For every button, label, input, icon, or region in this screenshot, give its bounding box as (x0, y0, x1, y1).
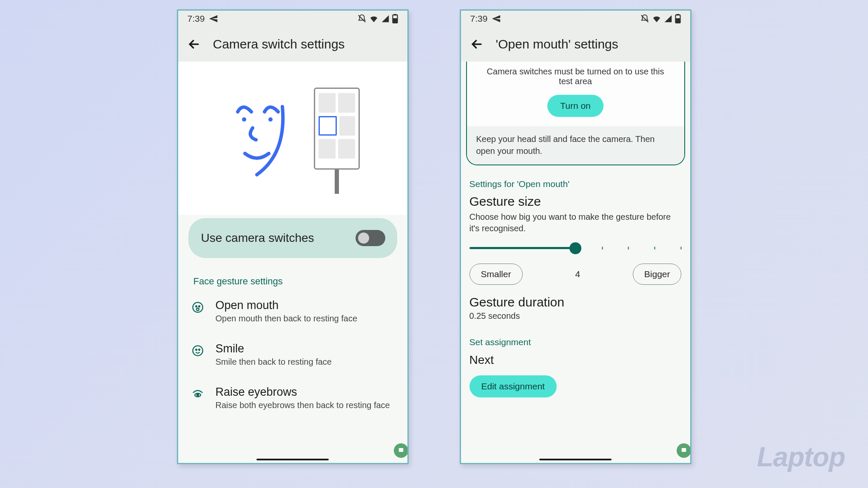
gesture-smile[interactable]: Smile Smile then back to resting face (178, 333, 407, 376)
gesture-title: Smile (216, 342, 332, 355)
gesture-title: Raise eyebrows (216, 386, 390, 399)
size-value: 4 (575, 269, 580, 279)
svg-point-4 (242, 117, 246, 122)
turn-on-button[interactable]: Turn on (547, 95, 603, 117)
eyebrows-icon (192, 388, 204, 400)
mute-icon (640, 14, 649, 23)
svg-point-14 (196, 394, 198, 396)
watermark: Laptop (757, 441, 845, 473)
svg-rect-15 (398, 448, 403, 452)
phone-stand-icon (311, 88, 362, 194)
edit-assignment-button[interactable]: Edit assignment (470, 375, 557, 397)
use-camera-switches-toggle[interactable]: Use camera switches (188, 218, 397, 258)
svg-rect-18 (677, 14, 678, 15)
svg-rect-20 (681, 448, 686, 452)
svg-rect-3 (393, 19, 397, 22)
next-heading: Next (461, 350, 690, 374)
svg-point-5 (268, 117, 273, 122)
gesture-size-desc: Choose how big you want to make the gest… (461, 210, 690, 242)
svg-rect-2 (394, 14, 396, 15)
back-arrow-icon[interactable] (187, 37, 201, 51)
svg-point-12 (199, 349, 200, 350)
wifi-icon (369, 14, 379, 23)
face-icon (223, 98, 291, 183)
toggle-label: Use camera switches (201, 231, 314, 245)
smaller-button[interactable]: Smaller (470, 264, 523, 285)
svg-point-8 (199, 306, 200, 307)
set-assignment-header: Set assignment (461, 329, 690, 350)
gesture-size-heading: Gesture size (461, 192, 690, 210)
smile-icon (192, 345, 204, 357)
svg-rect-19 (676, 19, 680, 22)
accessibility-badge-icon[interactable] (394, 443, 407, 458)
gesture-duration-heading: Gesture duration (461, 292, 690, 311)
test-notice: Camera switches must be turned on to use… (467, 62, 684, 92)
svg-point-11 (196, 349, 197, 350)
gesture-size-slider[interactable] (461, 247, 690, 259)
send-icon (209, 14, 218, 23)
back-arrow-icon[interactable] (470, 37, 484, 51)
svg-point-10 (193, 346, 202, 355)
gesture-subtitle: Open mouth then back to resting face (216, 314, 358, 323)
gesture-subtitle: Raise both eyebrows then back to resting… (216, 400, 390, 410)
status-bar: 7:39 (178, 11, 407, 27)
status-time: 7:39 (470, 14, 488, 24)
status-bar: 7:39 (461, 11, 690, 27)
status-time: 7:39 (188, 14, 205, 24)
gesture-eyebrows[interactable]: Raise eyebrows Raise both eyebrows then … (178, 376, 407, 420)
accessibility-badge-icon[interactable] (677, 443, 690, 458)
settings-for-header: Settings for 'Open mouth' (461, 171, 690, 192)
hero-illustration (178, 62, 407, 215)
nav-bar[interactable] (256, 459, 329, 460)
gesture-title: Open mouth (216, 299, 358, 312)
app-bar: Camera switch settings (178, 27, 407, 62)
gesture-open-mouth[interactable]: Open mouth Open mouth then back to resti… (178, 289, 407, 333)
phone-left: 7:39 Camera switch settings (177, 9, 409, 464)
signal-icon (664, 14, 672, 23)
gesture-section-header: Face gesture settings (178, 264, 407, 289)
app-bar: 'Open mouth' settings (461, 27, 690, 62)
nav-bar[interactable] (539, 459, 612, 460)
signal-icon (381, 14, 390, 23)
gesture-subtitle: Smile then back to resting face (216, 357, 332, 367)
switch-icon[interactable] (356, 230, 385, 246)
wifi-icon (652, 14, 661, 23)
test-area-card: Camera switches must be turned on to use… (466, 62, 685, 165)
send-icon (492, 14, 501, 23)
slider-thumb[interactable] (569, 242, 581, 254)
open-mouth-icon (192, 301, 204, 313)
page-title: Camera switch settings (213, 37, 345, 51)
bigger-button[interactable]: Bigger (633, 264, 682, 285)
svg-point-7 (196, 306, 197, 307)
svg-point-9 (196, 308, 199, 311)
battery-icon (392, 14, 398, 23)
mute-icon (357, 14, 367, 23)
phone-right: 7:39 'Open mouth' settings Camera switch… (460, 9, 692, 464)
page-title: 'Open mouth' settings (496, 37, 618, 51)
battery-icon (675, 14, 681, 23)
gesture-duration-value: 0.25 seconds (461, 311, 690, 329)
test-instruction: Keep your head still and face the camera… (467, 126, 684, 165)
